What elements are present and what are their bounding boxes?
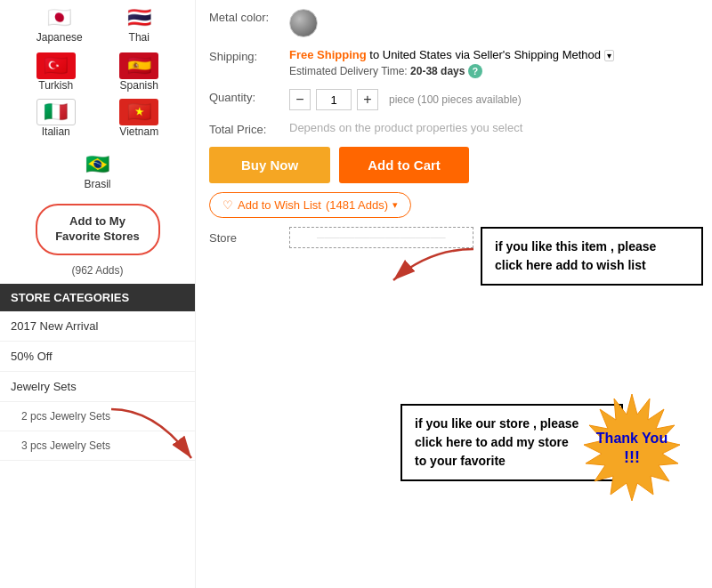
svg-text:Thank You: Thank You [596, 431, 668, 446]
category-list: 2017 New Arrival 50% Off Jewelry Sets 2 … [0, 311, 195, 461]
delivery-time-row: Estimated Delivery Time: 20-38 days ? [289, 64, 699, 78]
lang-turkish[interactable]: 🇹🇷 Turkish [18, 52, 94, 92]
quantity-label: Quantity: [209, 89, 289, 104]
quantity-input[interactable] [316, 89, 352, 110]
lang-japanese[interactable]: 🇯🇵 Japanese [36, 4, 83, 44]
shipping-dropdown[interactable]: ▾ [604, 50, 614, 61]
total-price-label: Total Price: [209, 121, 289, 136]
add-to-cart-button[interactable]: Add to Cart [339, 147, 469, 183]
svg-text:!!!: !!! [624, 448, 640, 466]
quantity-decrease-button[interactable]: − [289, 89, 311, 110]
shipping-text: Free Shipping to United States via Selle… [289, 48, 699, 61]
wishlist-dropdown-arrow[interactable]: ▾ [392, 199, 398, 211]
total-price-value: Depends on the product properties you se… [289, 121, 699, 134]
add-favorite-stores-button[interactable]: Add to My Favorite Stores [36, 204, 160, 255]
delivery-help-icon[interactable]: ? [468, 64, 482, 78]
wishlist-arrow [376, 240, 482, 294]
category-item-50off[interactable]: 50% Off [0, 342, 195, 372]
sidebar: 🇯🇵 Japanese 🇹🇭 Thai 🇹🇷 Turkish 🇪🇸 Spanis… [0, 0, 196, 588]
category-item-2pcs[interactable]: 2 pcs Jewelry Sets [0, 402, 195, 431]
store-link[interactable]: ───────────────── [289, 227, 473, 248]
lang-thai[interactable]: 🇹🇭 Thai [119, 4, 158, 44]
store-categories-header: STORE CATEGORIES [0, 284, 195, 311]
brasil-row: 🇧🇷 Brasil [0, 147, 195, 195]
lang-spanish[interactable]: 🇪🇸 Spanish [101, 52, 178, 92]
add-to-wishlist-button[interactable]: ♡ Add to Wish List (1481 Adds) ▾ [209, 192, 411, 218]
category-item-jewelry-sets[interactable]: Jewelry Sets [0, 372, 195, 402]
quantity-row: Quantity: − + piece (100 pieces availabl… [209, 89, 699, 110]
metal-color-swatch[interactable] [289, 9, 318, 37]
action-buttons: Buy Now Add to Cart [209, 147, 699, 183]
heart-icon: ♡ [222, 198, 233, 212]
quantity-value: − + piece (100 pieces available) [289, 89, 699, 110]
wishlist-row: ♡ Add to Wish List (1481 Adds) ▾ [209, 192, 699, 218]
thankyou-starburst: Thank You !!! [570, 390, 694, 517]
metal-color-value [289, 9, 699, 37]
lang-brasil[interactable]: 🇧🇷 Brasil [78, 151, 117, 190]
quantity-info: piece (100 pieces available) [389, 93, 522, 106]
shipping-label: Shipping: [209, 48, 289, 63]
category-item-new-arrival[interactable]: 2017 New Arrival [0, 311, 195, 342]
main-content: Metal color: Shipping: Free Shipping to … [196, 0, 712, 588]
quantity-control: − + piece (100 pieces available) [289, 89, 699, 110]
buy-now-button[interactable]: Buy Now [209, 147, 330, 183]
lang-top-row: 🇯🇵 Japanese 🇹🇭 Thai [0, 0, 195, 44]
delivery-time-value: 20-38 days [410, 65, 465, 77]
free-shipping-text: Free Shipping [289, 48, 367, 61]
metal-color-label: Metal color: [209, 9, 289, 24]
shipping-row: Shipping: Free Shipping to United States… [209, 48, 699, 78]
quantity-increase-button[interactable]: + [357, 89, 378, 110]
svg-marker-1 [584, 394, 680, 501]
metal-color-row: Metal color: [209, 9, 699, 37]
total-price-row: Total Price: Depends on the product prop… [209, 121, 699, 136]
lang-grid: 🇹🇷 Turkish 🇪🇸 Spanish 🇮🇹 Italian 🇻🇳 Viet… [0, 44, 195, 147]
starburst-svg: Thank You !!! [570, 390, 694, 514]
shipping-value: Free Shipping to United States via Selle… [289, 48, 699, 78]
favorite-adds-count: (962 Adds) [0, 264, 195, 277]
wishlist-annotation: if you like this item , please click her… [481, 227, 703, 286]
category-item-3pcs[interactable]: 3 pcs Jewelry Sets [0, 431, 195, 461]
lang-italian[interactable]: 🇮🇹 Italian [18, 99, 94, 138]
store-label: Store [209, 231, 289, 245]
lang-vietnam[interactable]: 🇻🇳 Vietnam [101, 99, 178, 138]
